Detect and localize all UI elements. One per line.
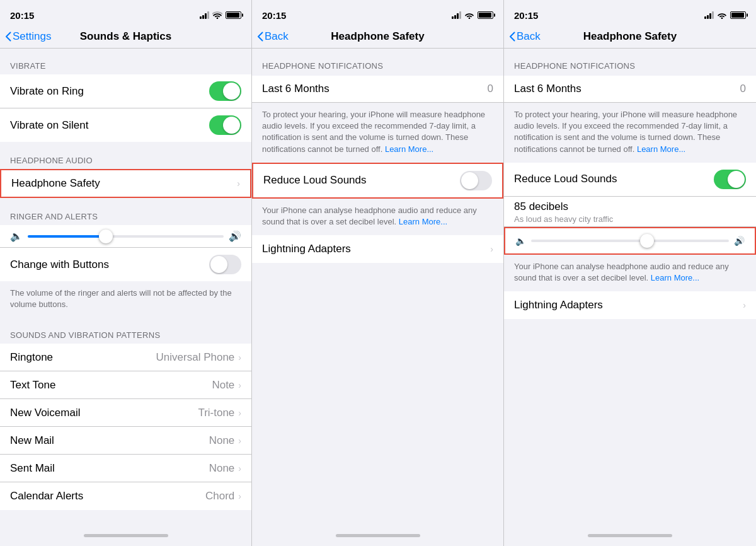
ringer-alerts-group: 🔈 🔊 Change with Buttons	[0, 225, 251, 281]
headphone-safety-on-content: HEADPHONE NOTIFICATIONS Last 6 Months 0 …	[504, 49, 756, 525]
back-label-3: Back	[517, 30, 541, 43]
reduce-info-3: Your iPhone can analyse headphone audio …	[504, 256, 756, 291]
vibrate-group: Vibrate on Ring Vibrate on Silent	[0, 74, 251, 142]
change-with-buttons-toggle[interactable]	[209, 255, 241, 274]
nav-title-2: Headphone Safety	[331, 30, 424, 43]
back-button-2[interactable]: Back	[257, 30, 289, 43]
settings-back-button[interactable]: Settings	[5, 30, 51, 43]
decibel-slider-track[interactable]	[531, 240, 729, 242]
last-months-label-3: Last 6 Months	[514, 83, 581, 95]
lightning-row-2[interactable]: Lightning Adapters ›	[252, 235, 503, 263]
last-months-value-3: 0	[740, 83, 746, 95]
headphone-info-2: To protect your hearing, your iPhone wil…	[252, 104, 503, 163]
change-with-buttons-row[interactable]: Change with Buttons	[0, 248, 251, 281]
sent-mail-chevron: ›	[238, 463, 241, 473]
learn-more-link-2[interactable]: Learn More...	[385, 144, 433, 154]
headphone-info-3: To protect your hearing, your iPhone wil…	[504, 104, 756, 163]
learn-more-link-3[interactable]: Learn More...	[637, 144, 685, 154]
lightning-chevron-3: ›	[743, 300, 746, 310]
new-voicemail-row[interactable]: New Voicemail Tri-tone ›	[0, 399, 251, 427]
headphone-safety-panel-off: 20:15 Back Headphone Safety HEADPHONE NO…	[252, 0, 504, 546]
headphone-safety-panel-on: 20:15 Back Headphone Safety HEADPHONE NO…	[504, 0, 756, 546]
vibrate-on-silent-toggle[interactable]	[209, 115, 241, 135]
lightning-row-3[interactable]: Lightning Adapters ›	[504, 291, 756, 319]
vibrate-on-ring-row[interactable]: Vibrate on Ring	[0, 74, 251, 108]
reduce-loud-group-3: Reduce Loud Sounds 85 decibels As loud a…	[504, 163, 756, 255]
signal-icon-2	[452, 11, 461, 19]
status-time-3: 20:15	[514, 10, 538, 21]
wifi-icon-3	[717, 11, 727, 19]
reduce-loud-toggle-3[interactable]	[714, 170, 746, 189]
slider-vol-low-icon: 🔈	[515, 236, 526, 246]
decibel-slider-thumb[interactable]	[640, 234, 654, 248]
reduce-info-2: Your iPhone can analyse headphone audio …	[252, 200, 503, 235]
calendar-alerts-chevron: ›	[238, 491, 241, 501]
headphone-audio-section-header: HEADPHONE AUDIO	[0, 143, 251, 169]
reduce-learn-more-3[interactable]: Learn More...	[651, 273, 699, 282]
change-with-buttons-label: Change with Buttons	[10, 258, 109, 271]
text-tone-value: Note	[212, 379, 234, 392]
last-months-group-2: Last 6 Months 0	[252, 76, 503, 103]
new-mail-chevron: ›	[238, 436, 241, 446]
status-bar-2: 20:15	[252, 0, 503, 28]
reduce-learn-more-2[interactable]: Learn More...	[399, 217, 447, 226]
ringer-info-text: The volume of the ringer and alerts will…	[0, 282, 251, 318]
vibrate-on-ring-toggle[interactable]	[209, 81, 241, 101]
last-months-row-2: Last 6 Months 0	[252, 76, 503, 103]
nav-title-1: Sounds & Haptics	[80, 30, 171, 43]
reduce-loud-row-3[interactable]: Reduce Loud Sounds	[504, 163, 756, 197]
sent-mail-row[interactable]: Sent Mail None ›	[0, 455, 251, 482]
ringtone-row[interactable]: Ringtone Universal Phone ›	[0, 344, 251, 371]
headphone-safety-row[interactable]: Headphone Safety ›	[0, 169, 251, 198]
battery-icon-3	[730, 11, 746, 19]
volume-low-icon: 🔈	[10, 230, 23, 242]
signal-icon-1	[200, 11, 209, 19]
ringer-alerts-section-header: RINGER AND ALERTS	[0, 199, 251, 225]
ringtone-label: Ringtone	[10, 351, 53, 364]
sent-mail-value: None	[209, 462, 235, 475]
calendar-alerts-label: Calendar Alerts	[10, 490, 83, 502]
status-icons-2	[452, 11, 493, 19]
wifi-icon-1	[212, 11, 222, 19]
reduce-loud-toggle-2[interactable]	[460, 171, 492, 190]
decibel-slider-row[interactable]: 🔈 🔊	[504, 227, 756, 255]
sent-mail-label: Sent Mail	[10, 462, 55, 475]
sounds-vibration-group: Ringtone Universal Phone › Text Tone Not…	[0, 344, 251, 510]
headphone-audio-group: Headphone Safety ›	[0, 169, 251, 198]
status-bar-1: 20:15	[0, 0, 251, 28]
back-button-3[interactable]: Back	[509, 30, 541, 43]
calendar-alerts-row[interactable]: Calendar Alerts Chord ›	[0, 482, 251, 510]
status-icons-1	[200, 11, 241, 19]
sounds-vibration-section-header: SOUNDS AND VIBRATION PATTERNS	[0, 318, 251, 344]
new-mail-label: New Mail	[10, 434, 54, 447]
volume-high-icon: 🔊	[229, 230, 241, 242]
reduce-loud-label-3: Reduce Loud Sounds	[514, 173, 617, 185]
new-mail-row[interactable]: New Mail None ›	[0, 427, 251, 455]
lightning-label-2: Lightning Adapters	[262, 243, 351, 255]
ringtone-chevron: ›	[238, 352, 241, 363]
decibels-value: 85 decibels	[514, 200, 746, 213]
text-tone-row[interactable]: Text Tone Note ›	[0, 371, 251, 399]
notif-header-2: HEADPHONE NOTIFICATIONS	[252, 49, 503, 76]
slider-vol-high-icon: 🔊	[734, 236, 745, 246]
status-time-2: 20:15	[262, 10, 286, 21]
nav-bar-2: Back Headphone Safety	[252, 28, 503, 49]
nav-title-3: Headphone Safety	[583, 30, 677, 43]
ringer-volume-track[interactable]	[28, 235, 224, 238]
new-voicemail-value: Tri-tone	[198, 407, 234, 419]
wifi-icon-2	[464, 11, 474, 19]
lightning-group-2: Lightning Adapters ›	[252, 235, 503, 263]
last-months-group-3: Last 6 Months 0	[504, 76, 756, 103]
vibrate-on-silent-row[interactable]: Vibrate on Silent	[0, 108, 251, 142]
vibrate-section-header: VIBRATE	[0, 49, 251, 74]
reduce-loud-row-2[interactable]: Reduce Loud Sounds	[252, 163, 503, 199]
status-bar-3: 20:15	[504, 0, 756, 28]
ringer-volume-slider-row[interactable]: 🔈 🔊	[0, 225, 251, 248]
signal-icon-3	[704, 11, 714, 19]
reduce-loud-group-2: Reduce Loud Sounds	[252, 163, 503, 199]
decibels-info-row: 85 decibels As loud as heavy city traffi…	[504, 197, 756, 227]
last-months-label-2: Last 6 Months	[262, 83, 329, 95]
headphone-safety-label: Headphone Safety	[11, 177, 100, 190]
vibrate-on-ring-label: Vibrate on Ring	[10, 85, 84, 98]
headphone-safety-off-content: HEADPHONE NOTIFICATIONS Last 6 Months 0 …	[252, 49, 503, 525]
